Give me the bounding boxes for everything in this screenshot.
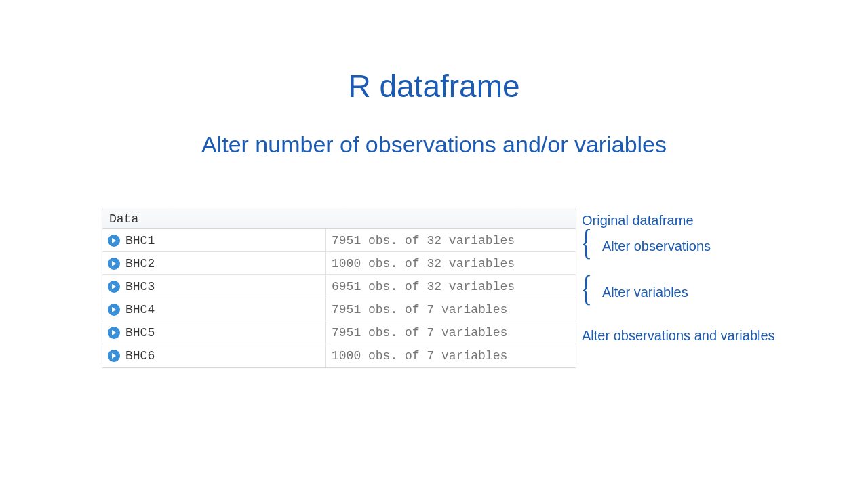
row-name: BHC6 xyxy=(125,349,155,363)
row-name: BHC5 xyxy=(125,326,155,340)
row-desc: 7951 obs. of 7 variables xyxy=(326,303,576,317)
table-row: BHC4 7951 obs. of 7 variables xyxy=(102,298,576,321)
expand-icon[interactable] xyxy=(108,304,120,316)
panel-header: Data xyxy=(102,209,576,229)
row-name: BHC4 xyxy=(125,303,155,317)
table-row: BHC2 1000 obs. of 32 variables xyxy=(102,252,576,275)
table-row: BHC3 6951 obs. of 32 variables xyxy=(102,275,576,298)
svg-marker-0 xyxy=(112,238,116,243)
row-name: BHC3 xyxy=(125,280,155,293)
row-desc: 7951 obs. of 7 variables xyxy=(326,326,576,340)
expand-icon[interactable] xyxy=(108,350,120,362)
annotation-alter-vars: Alter variables xyxy=(602,285,688,300)
data-panel: Data BHC1 7951 obs. of 32 variables BHC2… xyxy=(102,209,576,368)
annotation-alter-obs: Alter observations xyxy=(602,239,711,254)
expand-icon[interactable] xyxy=(108,235,120,247)
page-title: R dataframe xyxy=(0,68,868,104)
annotations: Original dataframe { Alter observations … xyxy=(582,209,840,347)
content-area: Data BHC1 7951 obs. of 32 variables BHC2… xyxy=(102,209,840,368)
svg-marker-2 xyxy=(112,284,116,289)
brace-icon: { xyxy=(580,225,592,260)
svg-marker-4 xyxy=(112,330,116,336)
annotation-alter-both: Alter observations and variables xyxy=(582,328,775,344)
svg-marker-1 xyxy=(112,261,116,266)
row-desc: 6951 obs. of 32 variables xyxy=(326,280,576,293)
svg-marker-3 xyxy=(112,307,116,312)
brace-icon: { xyxy=(580,271,592,306)
row-name: BHC1 xyxy=(125,234,155,247)
row-name: BHC2 xyxy=(125,257,155,270)
table-row: BHC5 7951 obs. of 7 variables xyxy=(102,321,576,344)
table-row: BHC6 1000 obs. of 7 variables xyxy=(102,344,576,367)
row-desc: 1000 obs. of 32 variables xyxy=(326,257,576,270)
row-desc: 7951 obs. of 32 variables xyxy=(326,234,576,247)
row-desc: 1000 obs. of 7 variables xyxy=(326,349,576,363)
expand-icon[interactable] xyxy=(108,258,120,270)
expand-icon[interactable] xyxy=(108,281,120,293)
table-row: BHC1 7951 obs. of 32 variables xyxy=(102,229,576,252)
svg-marker-5 xyxy=(112,353,116,359)
expand-icon[interactable] xyxy=(108,327,120,339)
page-subtitle: Alter number of observations and/or vari… xyxy=(0,131,868,158)
annotation-original: Original dataframe xyxy=(582,213,694,228)
